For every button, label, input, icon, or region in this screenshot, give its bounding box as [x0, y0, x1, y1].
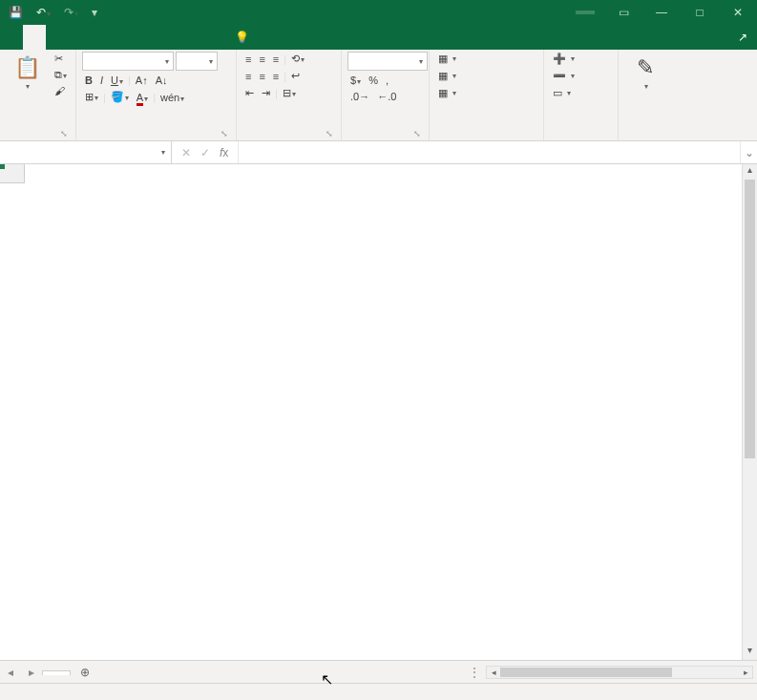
font-name-combo[interactable]: ▾: [82, 52, 174, 71]
name-box[interactable]: ▾: [0, 141, 172, 163]
align-right-icon[interactable]: ≡: [270, 70, 282, 83]
scroll-right-icon[interactable]: ▸: [739, 668, 752, 677]
group-clipboard: 📋 ▾ ✂ ⧉▾ 🖌 ⤡: [0, 50, 76, 140]
status-bar: [0, 683, 757, 700]
minimize-icon[interactable]: —: [642, 6, 681, 19]
horizontal-scrollbar[interactable]: ◂ ▸: [486, 666, 753, 679]
italic-button[interactable]: I: [97, 74, 106, 87]
editing-button[interactable]: ✎ ▾: [624, 52, 666, 137]
paste-icon: 📋: [14, 55, 40, 80]
paste-button[interactable]: 📋 ▾: [6, 52, 48, 137]
close-icon[interactable]: ✕: [719, 6, 757, 19]
quick-access-toolbar: 💾 ↶▾ ↷▾ ▾: [0, 5, 106, 20]
tab-addins[interactable]: [183, 25, 206, 50]
copy-icon[interactable]: ⧉▾: [52, 68, 70, 82]
login-button[interactable]: [576, 11, 595, 14]
tell-me-search[interactable]: [255, 25, 266, 50]
sheet-nav-prev-icon[interactable]: ◂: [0, 666, 21, 679]
font-color-button[interactable]: A▾: [134, 91, 151, 104]
group-number: ▾ $▾ % , .0→ ←.0 ⤡: [342, 50, 430, 140]
wrap-text-icon[interactable]: ↩: [288, 69, 303, 83]
ribbon-tabs: 💡 ↗: [0, 25, 757, 50]
tab-formulas[interactable]: [92, 25, 115, 50]
group-editing: ✎ ▾: [619, 50, 757, 140]
scroll-up-icon[interactable]: ▴: [743, 164, 757, 180]
sheet-tab-bar: ◂ ▸ ⊕ ⋮ ◂ ▸: [0, 660, 757, 683]
cut-icon[interactable]: ✂: [52, 52, 70, 66]
phonetic-button[interactable]: wén▾: [158, 91, 187, 104]
tab-insert[interactable]: [46, 25, 69, 50]
align-left-icon[interactable]: ≡: [242, 70, 254, 83]
orientation-icon[interactable]: ⟲▾: [288, 52, 307, 66]
tab-data[interactable]: [115, 25, 137, 50]
undo-icon[interactable]: ↶▾: [33, 5, 53, 20]
ribbon: 📋 ▾ ✂ ⧉▾ 🖌 ⤡ ▾ ▾ B I U▾ | A↑: [0, 50, 757, 141]
increase-font-icon[interactable]: A↑: [133, 74, 151, 87]
decrease-font-icon[interactable]: A↓: [153, 74, 171, 87]
number-format-combo[interactable]: ▾: [347, 52, 428, 71]
group-cells: ➕ ▾ ➖ ▾ ▭ ▾: [544, 50, 619, 140]
insert-cells-button[interactable]: ➕ ▾: [550, 52, 612, 66]
editing-icon: ✎: [637, 55, 654, 80]
fx-icon[interactable]: fx: [220, 146, 228, 159]
formula-input[interactable]: [239, 141, 740, 163]
font-launcher-icon[interactable]: ⤡: [221, 129, 228, 138]
sheet-tab[interactable]: [42, 670, 71, 675]
enter-formula-icon[interactable]: ✓: [200, 146, 210, 159]
vertical-scrollbar[interactable]: ▴ ▾: [742, 164, 757, 660]
bold-button[interactable]: B: [82, 74, 95, 87]
group-alignment: ≡ ≡ ≡ | ⟲▾ ≡ ≡ ≡ | ↩ ⇤ ⇥ | ⊟▾ ⤡: [237, 50, 342, 140]
share-button[interactable]: ↗: [728, 31, 757, 44]
save-icon[interactable]: 💾: [6, 5, 26, 20]
group-font: ▾ ▾ B I U▾ | A↑ A↓ ⊞▾ | 🪣▾ A▾ | wén▾ ⤡: [76, 50, 237, 140]
tab-review[interactable]: [137, 25, 160, 50]
underline-button[interactable]: U▾: [108, 74, 126, 87]
comma-format-icon[interactable]: ,: [383, 74, 391, 87]
format-cells-button[interactable]: ▭ ▾: [550, 86, 612, 100]
select-all-corner[interactable]: [0, 164, 25, 183]
align-bottom-icon[interactable]: ≡: [270, 53, 282, 66]
expand-formula-bar-icon[interactable]: ⌄: [740, 141, 757, 163]
ribbon-display-icon[interactable]: ▭: [604, 6, 642, 19]
title-bar: 💾 ↶▾ ↷▾ ▾ ▭ — □ ✕: [0, 0, 757, 25]
delete-cells-button[interactable]: ➖ ▾: [550, 69, 612, 83]
decrease-decimal-icon[interactable]: ←.0: [374, 90, 399, 103]
redo-icon[interactable]: ↷▾: [61, 5, 81, 20]
scroll-left-icon[interactable]: ◂: [487, 668, 500, 677]
align-top-icon[interactable]: ≡: [242, 53, 254, 66]
conditional-formatting-button[interactable]: ▦ ▾: [435, 52, 537, 66]
accounting-format-icon[interactable]: $▾: [347, 74, 364, 87]
increase-decimal-icon[interactable]: .0→: [347, 90, 372, 103]
merge-center-button[interactable]: ⊟▾: [280, 86, 299, 100]
cancel-formula-icon[interactable]: ✕: [181, 146, 191, 159]
cell-styles-button[interactable]: ▦ ▾: [435, 86, 537, 100]
tab-home[interactable]: [23, 25, 46, 50]
percent-format-icon[interactable]: %: [366, 74, 381, 87]
format-as-table-button[interactable]: ▦ ▾: [435, 69, 537, 83]
worksheet-grid: [0, 164, 757, 673]
font-size-combo[interactable]: ▾: [176, 52, 218, 71]
tab-file[interactable]: [0, 25, 23, 50]
number-launcher-icon[interactable]: ⤡: [413, 129, 421, 138]
sheet-nav-next-icon[interactable]: ▸: [21, 666, 42, 679]
alignment-launcher-icon[interactable]: ⤡: [326, 129, 333, 138]
decrease-indent-icon[interactable]: ⇤: [242, 86, 257, 100]
scroll-down-icon[interactable]: ▾: [743, 645, 757, 660]
tab-page-layout[interactable]: [69, 25, 92, 50]
format-painter-icon[interactable]: 🖌: [52, 84, 70, 97]
align-center-icon[interactable]: ≡: [256, 70, 267, 83]
tab-help[interactable]: [206, 25, 229, 50]
formula-bar: ▾ ✕ ✓ fx ⌄: [0, 141, 757, 164]
new-sheet-icon[interactable]: ⊕: [71, 666, 99, 679]
fill-color-button[interactable]: 🪣▾: [108, 90, 132, 104]
group-styles: ▦ ▾ ▦ ▾ ▦ ▾: [430, 50, 544, 140]
clipboard-launcher-icon[interactable]: ⤡: [60, 129, 68, 138]
maximize-icon[interactable]: □: [681, 6, 719, 19]
increase-indent-icon[interactable]: ⇥: [259, 86, 273, 100]
lightbulb-icon: 💡: [229, 31, 255, 44]
borders-button[interactable]: ⊞▾: [82, 90, 101, 104]
qat-customize-icon[interactable]: ▾: [89, 5, 100, 20]
align-middle-icon[interactable]: ≡: [256, 53, 267, 66]
tab-view[interactable]: [160, 25, 183, 50]
